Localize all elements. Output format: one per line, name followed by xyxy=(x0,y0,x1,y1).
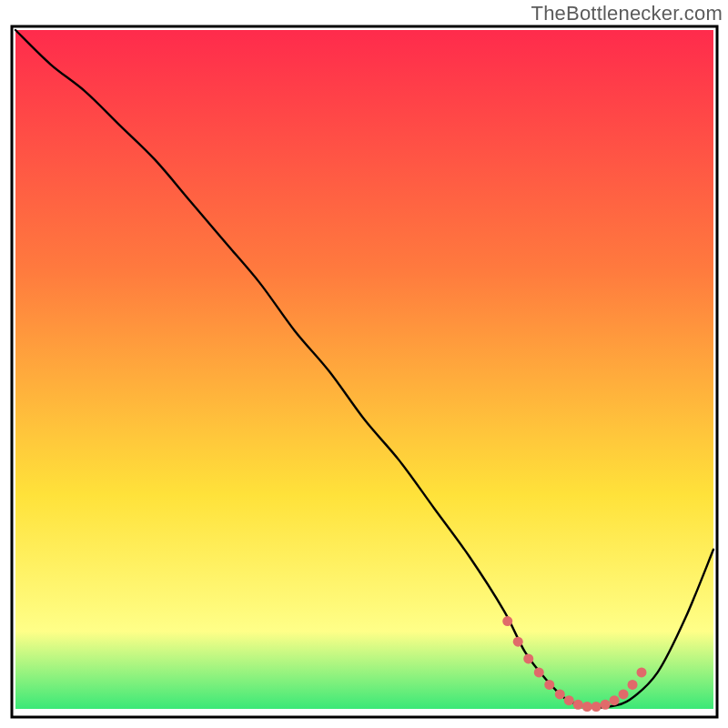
optimal-dot xyxy=(601,700,611,710)
optimal-dot xyxy=(573,700,583,710)
optimal-dot xyxy=(619,689,629,699)
optimal-dot xyxy=(582,702,592,712)
optimal-dot xyxy=(564,695,574,705)
optimal-dot xyxy=(534,667,544,677)
gradient-plot-area xyxy=(15,30,713,713)
optimal-dot xyxy=(610,695,620,705)
optimal-dot xyxy=(502,616,512,626)
bottleneck-chart xyxy=(0,0,728,728)
optimal-dot xyxy=(544,680,554,690)
optimal-dot xyxy=(592,702,602,712)
bottom-axis-gap xyxy=(15,709,713,713)
optimal-dot xyxy=(555,689,565,699)
optimal-dot xyxy=(523,653,533,663)
optimal-dot xyxy=(513,637,523,647)
optimal-dot xyxy=(628,680,638,690)
optimal-dot xyxy=(636,667,646,677)
svg-rect-0 xyxy=(15,709,713,713)
